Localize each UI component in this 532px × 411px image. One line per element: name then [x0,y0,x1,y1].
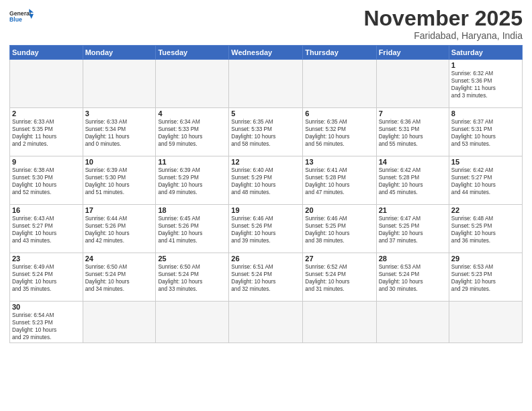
calendar-week-row: 2Sunrise: 6:33 AM Sunset: 5:35 PM Daylig… [10,108,523,156]
day-info: Sunrise: 6:45 AM Sunset: 5:26 PM Dayligh… [158,215,226,244]
table-row: 18Sunrise: 6:45 AM Sunset: 5:26 PM Dayli… [156,205,229,253]
table-row [83,60,156,108]
day-info: Sunrise: 6:49 AM Sunset: 5:24 PM Dayligh… [12,263,81,293]
day-info: Sunrise: 6:41 AM Sunset: 5:28 PM Dayligh… [305,167,373,196]
day-number: 19 [231,206,300,214]
table-row: 11Sunrise: 6:39 AM Sunset: 5:29 PM Dayli… [156,156,229,205]
table-row: 21Sunrise: 6:47 AM Sunset: 5:25 PM Dayli… [376,205,449,253]
day-info: Sunrise: 6:36 AM Sunset: 5:31 PM Dayligh… [379,118,447,148]
table-row: 13Sunrise: 6:41 AM Sunset: 5:28 PM Dayli… [303,156,376,205]
day-number: 16 [12,206,81,214]
day-info: Sunrise: 6:42 AM Sunset: 5:27 PM Dayligh… [451,167,520,196]
day-number: 14 [379,158,447,166]
header-friday: Friday [376,46,449,60]
day-info: Sunrise: 6:37 AM Sunset: 5:31 PM Dayligh… [451,118,520,148]
day-info: Sunrise: 6:35 AM Sunset: 5:33 PM Dayligh… [231,118,300,148]
day-number: 15 [451,158,520,166]
logo: GeneralBlue [9,7,34,26]
table-row: 27Sunrise: 6:52 AM Sunset: 5:24 PM Dayli… [303,253,376,302]
table-row: 28Sunrise: 6:53 AM Sunset: 5:24 PM Dayli… [376,253,449,302]
day-number: 11 [158,158,226,166]
table-row: 23Sunrise: 6:49 AM Sunset: 5:24 PM Dayli… [10,253,83,302]
day-number: 29 [451,255,520,263]
table-row: 22Sunrise: 6:48 AM Sunset: 5:25 PM Dayli… [449,205,522,253]
table-row: 17Sunrise: 6:44 AM Sunset: 5:26 PM Dayli… [83,205,156,253]
day-info: Sunrise: 6:53 AM Sunset: 5:23 PM Dayligh… [451,263,520,293]
day-number: 1 [451,61,520,69]
day-info: Sunrise: 6:39 AM Sunset: 5:29 PM Dayligh… [158,167,226,196]
table-row: 4Sunrise: 6:34 AM Sunset: 5:33 PM Daylig… [156,108,229,156]
table-row [156,60,229,108]
day-info: Sunrise: 6:33 AM Sunset: 5:34 PM Dayligh… [85,118,154,148]
table-row: 15Sunrise: 6:42 AM Sunset: 5:27 PM Dayli… [449,156,522,205]
table-row: 16Sunrise: 6:43 AM Sunset: 5:27 PM Dayli… [10,205,83,253]
day-number: 30 [12,303,81,311]
title-block: November 2025 Faridabad, Haryana, India [363,7,523,41]
day-info: Sunrise: 6:50 AM Sunset: 5:24 PM Dayligh… [85,263,154,293]
day-number: 9 [12,158,81,166]
table-row: 10Sunrise: 6:39 AM Sunset: 5:30 PM Dayli… [83,156,156,205]
table-row: 20Sunrise: 6:46 AM Sunset: 5:25 PM Dayli… [303,205,376,253]
day-number: 10 [85,158,154,166]
day-number: 21 [379,206,447,214]
header-saturday: Saturday [449,46,522,60]
table-row: 3Sunrise: 6:33 AM Sunset: 5:34 PM Daylig… [83,108,156,156]
day-number: 24 [85,255,154,263]
table-row: 25Sunrise: 6:50 AM Sunset: 5:24 PM Dayli… [156,253,229,302]
table-row: 30Sunrise: 6:54 AM Sunset: 5:23 PM Dayli… [10,302,83,343]
day-info: Sunrise: 6:44 AM Sunset: 5:26 PM Dayligh… [85,215,154,244]
calendar-header-row: Sunday Monday Tuesday Wednesday Thursday… [10,46,523,60]
header-tuesday: Tuesday [156,46,229,60]
table-row: 5Sunrise: 6:35 AM Sunset: 5:33 PM Daylig… [229,108,303,156]
month-title: November 2025 [363,7,523,30]
table-row [229,302,303,343]
day-info: Sunrise: 6:53 AM Sunset: 5:24 PM Dayligh… [379,263,447,293]
header: GeneralBlue November 2025 Faridabad, Har… [9,7,523,41]
day-number: 8 [451,109,520,118]
day-info: Sunrise: 6:40 AM Sunset: 5:29 PM Dayligh… [231,167,300,196]
day-number: 27 [305,255,373,263]
table-row [156,302,229,343]
table-row: 14Sunrise: 6:42 AM Sunset: 5:28 PM Dayli… [376,156,449,205]
table-row [303,60,376,108]
day-info: Sunrise: 6:42 AM Sunset: 5:28 PM Dayligh… [379,167,447,196]
table-row [83,302,156,343]
table-row: 29Sunrise: 6:53 AM Sunset: 5:23 PM Dayli… [449,253,522,302]
calendar-week-row: 9Sunrise: 6:38 AM Sunset: 5:30 PM Daylig… [10,156,523,205]
day-number: 18 [158,206,226,214]
header-sunday: Sunday [10,46,83,60]
day-info: Sunrise: 6:48 AM Sunset: 5:25 PM Dayligh… [451,215,520,244]
day-info: Sunrise: 6:35 AM Sunset: 5:32 PM Dayligh… [305,118,373,148]
day-number: 5 [231,109,300,118]
table-row [303,302,376,343]
day-number: 4 [158,109,226,118]
table-row: 26Sunrise: 6:51 AM Sunset: 5:24 PM Dayli… [229,253,303,302]
day-info: Sunrise: 6:38 AM Sunset: 5:30 PM Dayligh… [12,167,81,196]
day-info: Sunrise: 6:32 AM Sunset: 5:36 PM Dayligh… [451,70,520,99]
calendar-table: Sunday Monday Tuesday Wednesday Thursday… [9,45,523,343]
day-number: 12 [231,158,300,166]
table-row [376,60,449,108]
header-monday: Monday [83,46,156,60]
header-wednesday: Wednesday [229,46,303,60]
svg-text:Blue: Blue [9,16,22,23]
day-info: Sunrise: 6:46 AM Sunset: 5:25 PM Dayligh… [305,215,373,244]
day-info: Sunrise: 6:33 AM Sunset: 5:35 PM Dayligh… [12,118,81,148]
day-number: 26 [231,255,300,263]
day-number: 23 [12,255,81,263]
day-info: Sunrise: 6:51 AM Sunset: 5:24 PM Dayligh… [231,263,300,293]
table-row: 7Sunrise: 6:36 AM Sunset: 5:31 PM Daylig… [376,108,449,156]
day-number: 25 [158,255,226,263]
day-number: 13 [305,158,373,166]
header-thursday: Thursday [303,46,376,60]
calendar-week-row: 16Sunrise: 6:43 AM Sunset: 5:27 PM Dayli… [10,205,523,253]
day-info: Sunrise: 6:50 AM Sunset: 5:24 PM Dayligh… [158,263,226,293]
day-info: Sunrise: 6:43 AM Sunset: 5:27 PM Dayligh… [12,215,81,244]
svg-text:General: General [9,10,31,17]
table-row [449,302,522,343]
table-row [10,60,83,108]
day-info: Sunrise: 6:46 AM Sunset: 5:26 PM Dayligh… [231,215,300,244]
day-number: 3 [85,109,154,118]
table-row: 2Sunrise: 6:33 AM Sunset: 5:35 PM Daylig… [10,108,83,156]
table-row [376,302,449,343]
